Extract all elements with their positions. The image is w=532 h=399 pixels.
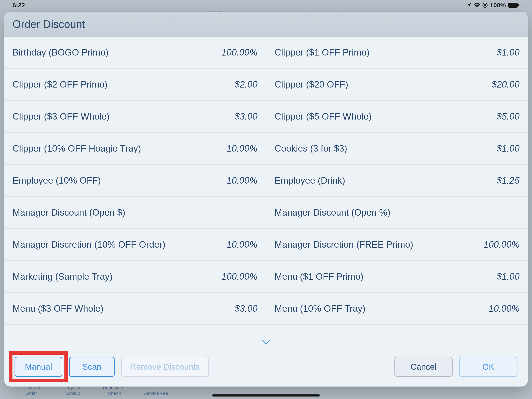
- discount-row[interactable]: Cookies (3 for $3)$1.00: [266, 133, 528, 165]
- scan-button[interactable]: Scan: [69, 357, 115, 377]
- order-discount-modal: Order Discount Birthday (BOGO Primo)100.…: [4, 12, 528, 386]
- modal-header: Order Discount: [4, 12, 528, 37]
- discount-value: $1.00: [497, 143, 519, 154]
- discount-column-right: Clipper ($1 OFF Primo)$1.00Clipper ($20 …: [266, 37, 528, 347]
- discount-value: 10.00%: [227, 143, 258, 154]
- discount-value: $20.00: [492, 79, 519, 90]
- remove-discounts-button: Remove Discounts: [121, 357, 209, 377]
- discount-row[interactable]: Manager Discretion (FREE Primo)100.00%: [266, 229, 528, 261]
- manual-button[interactable]: Manual: [14, 357, 62, 377]
- discount-row[interactable]: Clipper ($5 OFF Whole)$5.00: [266, 101, 528, 133]
- home-indicator: [212, 394, 320, 397]
- discount-value: 10.00%: [227, 239, 258, 250]
- bg-item: Loyalty Lookup: [58, 385, 87, 396]
- status-time: 6:22: [13, 2, 25, 9]
- discount-row[interactable]: Birthday (BOGO Primo)100.00%: [4, 37, 266, 69]
- discount-label: Clipper ($5 OFF Whole): [274, 111, 372, 122]
- discount-row[interactable]: Manager Discretion (10% OFF Order)10.00%: [4, 229, 266, 261]
- discount-row[interactable]: Manager Discount (Open $): [4, 197, 266, 229]
- discount-row[interactable]: Menu ($1 OFF Primo)$1.00: [266, 261, 528, 293]
- discount-row[interactable]: Clipper ($1 OFF Primo)$1.00: [266, 37, 528, 69]
- svg-rect-1: [508, 3, 518, 8]
- chevron-down-icon[interactable]: [261, 339, 271, 346]
- discount-row[interactable]: Clipper ($3 OFF Whole)$3.00: [4, 101, 266, 133]
- status-right: 100%: [466, 2, 519, 9]
- discount-row[interactable]: Manager Discount (Open %): [266, 197, 528, 229]
- discount-label: Clipper ($1 OFF Primo): [274, 47, 369, 58]
- discount-label: Cookies (3 for $3): [274, 143, 347, 154]
- discount-label: Employee (Drink): [274, 175, 345, 186]
- discount-value: $2.00: [235, 79, 258, 90]
- status-bar: 6:22 100%: [0, 0, 532, 10]
- modal-title: Order Discount: [13, 18, 85, 30]
- battery-pct: 100%: [490, 2, 506, 9]
- discount-value: $1.00: [497, 47, 519, 58]
- ok-button[interactable]: OK: [459, 357, 518, 377]
- discount-value: 10.00%: [227, 175, 258, 186]
- discount-row[interactable]: Employee (10% OFF)10.00%: [4, 165, 266, 197]
- discount-value: 100.00%: [221, 47, 258, 58]
- discount-label: Manager Discount (Open $): [13, 207, 125, 218]
- bg-item: Service Fee: [141, 391, 171, 396]
- discount-label: Clipper ($3 OFF Whole): [13, 111, 109, 122]
- discount-label: Menu (10% OFF Tray): [274, 303, 366, 314]
- discount-row[interactable]: Employee (Drink)$1.25: [266, 165, 528, 197]
- location-icon: [466, 2, 472, 8]
- bg-item: Print Guest Check: [100, 385, 129, 396]
- discount-value: $3.00: [235, 303, 258, 314]
- discount-label: Clipper ($2 OFF Primo): [13, 79, 108, 90]
- cancel-button[interactable]: Cancel: [394, 357, 453, 377]
- battery-icon: [508, 2, 519, 8]
- discount-value: $3.00: [235, 111, 258, 122]
- discount-label: Manager Discretion (10% OFF Order): [13, 239, 165, 250]
- discount-column-left: Birthday (BOGO Primo)100.00%Clipper ($2 …: [4, 37, 266, 347]
- discount-label: Manager Discretion (FREE Primo): [274, 239, 413, 250]
- modal-footer: Manual Scan Remove Discounts Cancel OK: [4, 347, 528, 386]
- discount-value: $5.00: [497, 111, 519, 122]
- discount-row[interactable]: Clipper ($2 OFF Primo)$2.00: [4, 69, 266, 101]
- discount-row[interactable]: Menu ($3 OFF Whole)$3.00: [4, 293, 266, 325]
- discount-row[interactable]: Marketing (Sample Tray)100.00%: [4, 261, 266, 293]
- bg-item: Discount Order: [17, 385, 46, 396]
- discount-label: Menu ($3 OFF Whole): [13, 303, 103, 314]
- discount-row[interactable]: Menu (10% OFF Tray)10.00%: [266, 293, 528, 325]
- discount-label: Menu ($1 OFF Primo): [274, 271, 363, 282]
- discount-label: Clipper (10% OFF Hoagie Tray): [13, 143, 141, 154]
- discount-value: 10.00%: [488, 303, 519, 314]
- discount-label: Clipper ($20 OFF): [274, 79, 348, 90]
- orientation-lock-icon: [482, 2, 488, 8]
- svg-rect-2: [518, 4, 519, 6]
- discount-row[interactable]: Clipper (10% OFF Hoagie Tray)10.00%: [4, 133, 266, 165]
- discount-label: Manager Discount (Open %): [274, 207, 391, 218]
- discount-value: $1.25: [497, 175, 519, 186]
- discount-row[interactable]: Clipper ($20 OFF)$20.00: [266, 69, 528, 101]
- discount-label: Marketing (Sample Tray): [13, 271, 113, 282]
- discount-value: 100.00%: [221, 271, 258, 282]
- discount-value: $1.00: [497, 271, 519, 282]
- discount-value: 100.00%: [483, 239, 519, 250]
- modal-body: Birthday (BOGO Primo)100.00%Clipper ($2 …: [4, 37, 528, 347]
- wifi-icon: [474, 3, 480, 8]
- discount-label: Birthday (BOGO Primo): [13, 47, 108, 58]
- discount-label: Employee (10% OFF): [13, 175, 101, 186]
